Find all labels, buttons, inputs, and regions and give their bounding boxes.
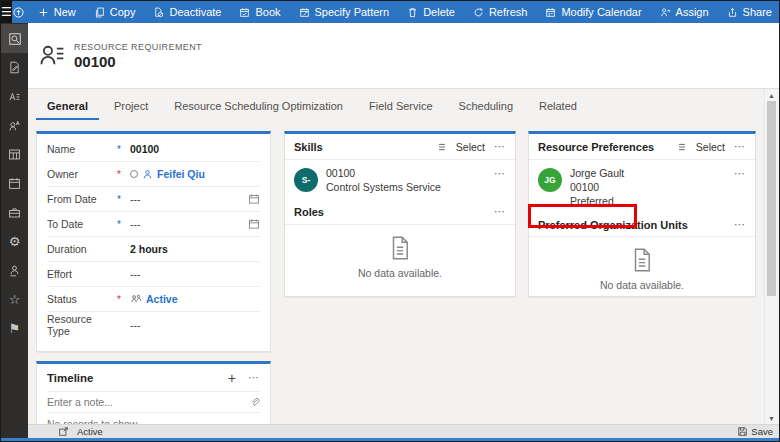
sidebar-item-users[interactable]: [1, 256, 28, 285]
tab-field-service[interactable]: Field Service: [358, 95, 444, 120]
scroll-down-icon[interactable]: ▼: [768, 412, 775, 424]
deactivate-button[interactable]: Deactivate: [144, 1, 230, 23]
roles-empty-state: No data available.: [285, 225, 515, 279]
gear-icon: ⚙: [9, 234, 21, 249]
skills-select-button[interactable]: Select: [456, 141, 485, 153]
resource-preferences-select-button[interactable]: Select: [696, 141, 725, 153]
more-options-icon[interactable]: ⋯: [494, 140, 506, 153]
field-row-from-date[interactable]: From Date * ---: [47, 187, 260, 212]
resource-preference-item[interactable]: JG Jorge Gault 00100 Preferred ⋯: [529, 160, 755, 213]
empty-document-icon: [630, 247, 654, 273]
more-options-icon[interactable]: ⋯: [494, 205, 506, 218]
more-options-icon[interactable]: ⋯: [734, 167, 746, 207]
scrollbar-thumb[interactable]: [767, 101, 776, 296]
field-row-resource-type[interactable]: Resource Type ---: [47, 312, 260, 337]
share-icon: [727, 7, 738, 18]
save-button[interactable]: Save: [737, 426, 773, 437]
field-label: Name: [47, 143, 117, 155]
app-sidebar: ⚙ ☆ ⚑: [1, 23, 28, 438]
scrollbar-track[interactable]: [765, 101, 778, 412]
deactivate-icon: [153, 7, 164, 18]
owner-person-icon: [142, 169, 153, 180]
sidebar-item-edit-document[interactable]: [1, 53, 28, 82]
field-label: Duration: [47, 243, 117, 255]
modify-calendar-button[interactable]: Modify Calendar: [536, 1, 650, 23]
roles-empty-text: No data available.: [358, 267, 442, 279]
required-mark: *: [117, 294, 130, 305]
assign-label: Assign: [676, 6, 709, 18]
sidebar-item-schedule-board[interactable]: [1, 140, 28, 169]
share-button[interactable]: Share: [718, 1, 780, 23]
specify-pattern-button[interactable]: Specify Pattern: [290, 1, 399, 23]
list-select-icon[interactable]: [435, 141, 447, 153]
assign-button[interactable]: Assign: [651, 1, 718, 23]
field-row-to-date[interactable]: To Date * ---: [47, 212, 260, 237]
bottom-accent-bar: [1, 438, 779, 441]
sidebar-item-favorites[interactable]: ☆: [1, 285, 28, 314]
scroll-up-icon[interactable]: ▲: [768, 89, 775, 101]
resource-requirements-icon: [8, 90, 21, 103]
skills-roles-card: Skills Select ⋯ S- 00100 Control Systems…: [284, 131, 516, 297]
form-tabs: General Project Resource Scheduling Opti…: [36, 95, 588, 120]
date-picker-icon[interactable]: [248, 218, 260, 230]
note-input[interactable]: Enter a note...: [47, 391, 260, 413]
skill-id: 00100: [326, 167, 486, 179]
resource-avatar: JG: [538, 168, 562, 192]
hamburger-menu-button[interactable]: ☰: [1, 1, 12, 23]
record-state: Active: [77, 426, 103, 437]
skills-title: Skills: [294, 141, 435, 153]
date-picker-icon[interactable]: [248, 193, 260, 205]
owner-link[interactable]: Feifei Qiu: [157, 168, 205, 180]
app-window: ☰ New Copy Deactivate Book: [0, 0, 780, 442]
status-bar: Active Save: [28, 424, 779, 438]
required-mark: *: [117, 194, 130, 205]
skill-item[interactable]: S- 00100 Control Systems Service ⋯: [285, 160, 515, 199]
more-options-icon[interactable]: ⋯: [494, 167, 506, 193]
modify-calendar-label: Modify Calendar: [561, 6, 641, 18]
presence-icon: [130, 170, 138, 178]
specify-pattern-icon: [299, 7, 310, 18]
tab-general[interactable]: General: [36, 95, 99, 120]
tab-resource-scheduling-optimization[interactable]: Resource Scheduling Optimization: [163, 95, 354, 120]
resource-preferences-header: Resource Preferences Select ⋯: [529, 134, 755, 160]
status-link[interactable]: Active: [146, 293, 178, 305]
copy-label: Copy: [110, 6, 136, 18]
delete-button[interactable]: Delete: [398, 1, 464, 23]
field-row-status[interactable]: Status * Active: [47, 287, 260, 312]
empty-document-icon: [388, 235, 412, 261]
command-list: New Copy Deactivate Book Specify Pattern…: [29, 1, 780, 23]
field-row-effort[interactable]: Effort ---: [47, 262, 260, 287]
list-select-icon[interactable]: [675, 141, 687, 153]
sidebar-item-resources[interactable]: [1, 111, 28, 140]
tab-project[interactable]: Project: [103, 95, 159, 120]
add-note-icon[interactable]: +: [228, 370, 236, 386]
tab-related[interactable]: Related: [528, 95, 588, 120]
field-row-name[interactable]: Name * 00100: [47, 137, 260, 162]
field-row-owner[interactable]: Owner * Feifei Qiu: [47, 162, 260, 187]
sidebar-item-bookings[interactable]: [1, 169, 28, 198]
form-state-icon: [58, 426, 69, 437]
field-label: To Date: [47, 218, 117, 230]
vertical-scrollbar[interactable]: ▲ ▼: [764, 89, 778, 424]
new-button[interactable]: New: [29, 1, 85, 23]
sidebar-item-resource-requirements[interactable]: [1, 82, 28, 111]
sidebar-item-settings[interactable]: ⚙: [1, 227, 28, 256]
more-options-icon[interactable]: ⋯: [248, 371, 260, 384]
command-bar: ☰ New Copy Deactivate Book: [1, 1, 779, 23]
paperclip-icon[interactable]: [249, 397, 260, 408]
copy-button[interactable]: Copy: [85, 1, 145, 23]
field-row-duration[interactable]: Duration 2 hours: [47, 237, 260, 262]
more-options-icon[interactable]: ⋯: [734, 140, 746, 153]
more-options-icon[interactable]: ⋯: [734, 218, 746, 231]
tab-scheduling[interactable]: Scheduling: [448, 95, 524, 120]
resource-preferences-title: Resource Preferences: [538, 141, 675, 153]
book-button[interactable]: Book: [230, 1, 289, 23]
sidebar-item-projects[interactable]: [1, 198, 28, 227]
new-label: New: [54, 6, 76, 18]
task-flow-button[interactable]: [12, 1, 25, 23]
sidebar-item-flags[interactable]: ⚑: [1, 314, 28, 343]
refresh-button[interactable]: Refresh: [464, 1, 537, 23]
field-value: ---: [130, 193, 248, 205]
save-label: Save: [751, 426, 773, 437]
sidebar-item-search-records[interactable]: [1, 24, 28, 53]
